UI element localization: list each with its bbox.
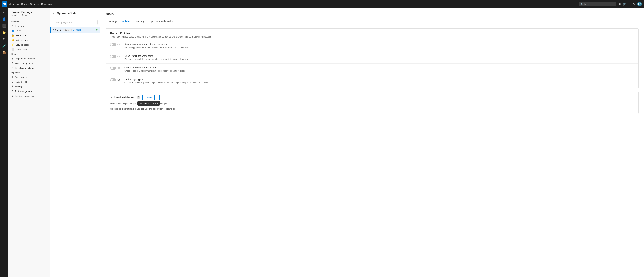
basket-icon[interactable]: 🛒	[623, 3, 626, 6]
mergetypes-policy-info: Limit merge types Control branch history…	[124, 78, 634, 84]
branch-compare-link[interactable]: Compare	[73, 29, 81, 31]
rail-boards[interactable]: ⬛	[1, 23, 7, 29]
branch-policies-body: Off Require a minimum number of reviewer…	[106, 39, 638, 88]
policy-row-comments: Off Check for comment resolution Check t…	[106, 63, 638, 75]
service-connections-icon: ⚙	[12, 95, 14, 97]
nav-test-management[interactable]: ⚙Test management	[8, 89, 50, 94]
logo[interactable]	[2, 1, 8, 7]
overview-icon: ◻	[12, 25, 14, 27]
sep1: /	[28, 3, 29, 6]
topbar: MegaLinter Demo / Settings / Repositorie…	[0, 0, 644, 8]
workitems-policy-info: Check for linked work items Encourage tr…	[124, 55, 634, 61]
pipelines-settings-icon: ⚙	[12, 85, 14, 88]
nav-service-hooks[interactable]: ⚡Service hooks	[8, 42, 50, 47]
nav-permissions[interactable]: 🔒Permissions	[8, 33, 50, 38]
reviewers-toggle[interactable]	[110, 43, 116, 46]
reviewers-policy-desc: Require approval from a specified number…	[124, 46, 634, 49]
bv-actions-wrap: ≡ Filter + Add new build policy	[142, 95, 160, 100]
parallel-jobs-icon: ☰	[12, 80, 14, 83]
mergetypes-toggle[interactable]	[110, 78, 116, 81]
bv-actions: ≡ Filter +	[142, 95, 160, 100]
workitems-policy-desc: Encourage traceability by checking for l…	[124, 58, 634, 61]
nav-dashboards[interactable]: ⬜Dashboards	[8, 47, 50, 52]
avatar[interactable]: SA	[637, 2, 642, 7]
menu-icon[interactable]: ≡	[619, 3, 621, 6]
workitems-toggle-wrap: Off	[110, 55, 122, 58]
teams-icon: 👥	[12, 29, 14, 32]
rail-pipelines[interactable]: ⚙	[1, 36, 7, 42]
branch-filter-input[interactable]	[53, 20, 98, 25]
dashboards-icon: ⬜	[12, 48, 14, 51]
branch-item-main[interactable]: ⌥ main Default Compare	[50, 27, 100, 33]
tab-approvals[interactable]: Approvals and checks	[147, 19, 175, 24]
bv-empty-text: No build policies found, but you can use…	[106, 106, 638, 114]
filter-icon: ≡	[145, 96, 146, 99]
bv-add-button[interactable]: +	[154, 95, 160, 100]
team-config-icon: ⚙	[12, 62, 14, 65]
main-content: main Settings Policies Security Approval…	[100, 8, 644, 277]
project-config-icon: ⚙	[12, 57, 14, 60]
test-management-icon: ⚙	[12, 90, 14, 93]
branch-icon: ⌥	[53, 29, 56, 31]
sep2: /	[40, 3, 40, 6]
policy-row-reviewers: Off Require a minimum number of reviewer…	[106, 40, 638, 52]
rail-artifacts[interactable]: 📦	[1, 50, 7, 56]
help-icon[interactable]: ?	[629, 3, 630, 6]
rail-repos[interactable]: 📁	[1, 30, 7, 36]
nav-overview[interactable]: ◻Overview	[8, 24, 50, 28]
settings-icon[interactable]: ⚙	[632, 3, 635, 6]
mergetypes-policy-desc: Control branch history by limiting the a…	[124, 81, 634, 84]
bv-subtitle: Validate code by pre-merging and buildin…	[106, 103, 638, 106]
section-general: General	[8, 19, 50, 24]
search-bar[interactable]: 🔍 Search	[579, 2, 616, 6]
nav-pipelines-settings[interactable]: ⚙Settings	[8, 84, 50, 89]
branch-policies-note: Note: If any required policy is enabled,…	[110, 36, 634, 38]
nav-github-connections[interactable]: ⊙GitHub connections	[8, 66, 50, 70]
bv-title: Build Validation	[114, 96, 134, 99]
nav-team-config[interactable]: ⚙Team configuration	[8, 61, 50, 66]
section-pipelines: Pipelines	[8, 70, 50, 75]
workitems-toggle-label: Off	[118, 55, 120, 58]
build-validation-header: ▼ Build Validation 0 ≡ Filter + Add new …	[106, 92, 638, 103]
org-name[interactable]: MegaLinter Demo	[9, 3, 28, 6]
branch-policies-header: Branch Policies Note: If any required po…	[106, 29, 638, 39]
rail-home[interactable]: ⌂	[1, 10, 7, 16]
rail-testplans[interactable]: 🧪	[1, 43, 7, 49]
bv-collapse-icon[interactable]: ▼	[110, 96, 112, 99]
rail-user[interactable]: 👤	[1, 16, 7, 22]
bv-filter-button[interactable]: ≡ Filter	[142, 95, 154, 100]
nav-service-connections[interactable]: ⚙Service connections	[8, 94, 50, 98]
nav-teams[interactable]: 👥Teams	[8, 28, 50, 33]
policy-row-mergetypes: Off Limit merge types Control branch his…	[106, 75, 638, 87]
permissions-icon: 🔒	[12, 34, 14, 37]
service-hooks-icon: ⚡	[12, 43, 14, 46]
branch-panel-header: ← MySourceCode +	[50, 8, 100, 18]
branch-add-button[interactable]: +	[96, 12, 98, 15]
tab-policies[interactable]: Policies	[120, 19, 133, 24]
settings-sidebar: Project Settings MegaLinter Demo General…	[8, 8, 50, 277]
nav-agent-pools[interactable]: ▤Agent pools	[8, 75, 50, 79]
branch-policies-title: Branch Policies	[110, 32, 634, 35]
tab-settings[interactable]: Settings	[106, 19, 120, 24]
workitems-policy-name: Check for linked work items	[124, 55, 634, 57]
rail-add[interactable]: +	[3, 271, 5, 275]
comments-toggle-label: Off	[118, 67, 120, 69]
notifications-icon: 🔔	[12, 39, 14, 41]
page-title: main	[106, 12, 638, 16]
search-placeholder: Search	[584, 3, 591, 6]
comments-toggle-wrap: Off	[110, 66, 122, 70]
branch-filter	[50, 18, 100, 27]
tab-security[interactable]: Security	[133, 19, 147, 24]
nav-parallel-jobs[interactable]: ☰Parallel jobs	[8, 79, 50, 84]
comments-policy-info: Check for comment resolution Check to se…	[124, 66, 634, 73]
reviewers-policy-name: Require a minimum number of reviewers	[124, 43, 634, 45]
back-button[interactable]: ←	[53, 12, 56, 15]
mergetypes-toggle-wrap: Off	[110, 78, 122, 81]
nav-project-config[interactable]: ⚙Project configuration	[8, 56, 50, 61]
nav-notifications[interactable]: 🔔Notifications	[8, 38, 50, 42]
comments-toggle[interactable]	[110, 67, 116, 70]
settings-link[interactable]: Settings	[30, 3, 39, 6]
branch-panel-title: MySourceCode	[57, 12, 96, 15]
workitems-toggle[interactable]	[110, 55, 116, 58]
repositories-link[interactable]: Repositories	[41, 3, 54, 6]
